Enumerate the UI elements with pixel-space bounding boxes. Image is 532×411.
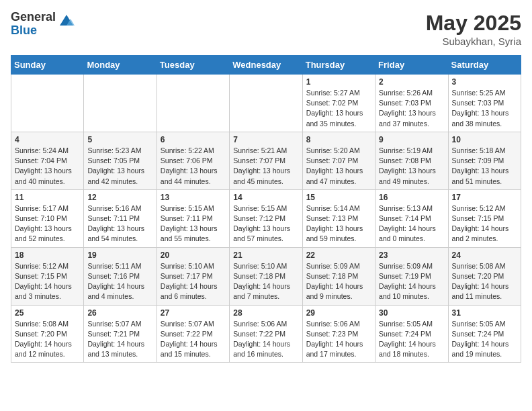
day-info: Sunrise: 5:13 AMSunset: 7:14 PMDaylight:… <box>379 203 444 244</box>
day-number: 10 <box>452 135 517 144</box>
calendar-cell: 16Sunrise: 5:13 AMSunset: 7:14 PMDayligh… <box>375 189 448 247</box>
calendar-cell: 20Sunrise: 5:10 AMSunset: 7:17 PMDayligh… <box>157 247 229 305</box>
day-info: Sunrise: 5:15 AMSunset: 7:11 PMDaylight:… <box>161 203 226 244</box>
day-number: 30 <box>379 308 444 318</box>
calendar-cell: 11Sunrise: 5:17 AMSunset: 7:10 PMDayligh… <box>11 189 84 247</box>
day-number: 20 <box>161 250 226 260</box>
calendar-header-row: SundayMondayTuesdayWednesdayThursdayFrid… <box>11 56 521 75</box>
day-number: 5 <box>87 135 152 144</box>
weekday-header: Sunday <box>11 56 84 75</box>
day-number: 29 <box>306 308 371 318</box>
day-number: 28 <box>233 308 298 318</box>
day-info: Sunrise: 5:27 AMSunset: 7:02 PMDaylight:… <box>306 88 371 129</box>
day-number: 22 <box>306 250 371 260</box>
calendar-cell: 26Sunrise: 5:07 AMSunset: 7:21 PMDayligh… <box>84 305 157 363</box>
calendar-cell: 6Sunrise: 5:22 AMSunset: 7:06 PMDaylight… <box>157 132 229 189</box>
weekday-header: Saturday <box>448 56 521 75</box>
calendar-cell: 22Sunrise: 5:09 AMSunset: 7:18 PMDayligh… <box>302 247 375 305</box>
day-info: Sunrise: 5:05 AMSunset: 7:24 PMDaylight:… <box>452 319 517 360</box>
day-number: 3 <box>452 77 517 87</box>
day-info: Sunrise: 5:23 AMSunset: 7:05 PMDaylight:… <box>87 146 152 187</box>
day-number: 31 <box>452 308 517 318</box>
calendar-cell: 23Sunrise: 5:09 AMSunset: 7:19 PMDayligh… <box>375 247 448 305</box>
calendar-cell: 10Sunrise: 5:18 AMSunset: 7:09 PMDayligh… <box>448 132 521 189</box>
calendar-cell: 21Sunrise: 5:10 AMSunset: 7:18 PMDayligh… <box>230 247 302 305</box>
calendar-cell: 31Sunrise: 5:05 AMSunset: 7:24 PMDayligh… <box>448 305 521 363</box>
calendar-cell: 5Sunrise: 5:23 AMSunset: 7:05 PMDaylight… <box>84 132 157 189</box>
day-number: 23 <box>379 250 444 260</box>
day-info: Sunrise: 5:07 AMSunset: 7:22 PMDaylight:… <box>161 319 226 360</box>
day-info: Sunrise: 5:17 AMSunset: 7:10 PMDaylight:… <box>15 203 80 244</box>
logo-blue-text: Blue <box>11 24 56 38</box>
day-info: Sunrise: 5:21 AMSunset: 7:07 PMDaylight:… <box>233 146 298 187</box>
day-info: Sunrise: 5:06 AMSunset: 7:23 PMDaylight:… <box>306 319 371 360</box>
day-number: 14 <box>233 193 298 202</box>
day-number: 11 <box>15 193 80 202</box>
calendar-cell: 3Sunrise: 5:25 AMSunset: 7:03 PMDaylight… <box>448 75 521 132</box>
calendar-cell: 28Sunrise: 5:06 AMSunset: 7:22 PMDayligh… <box>230 305 302 363</box>
calendar-cell <box>157 75 229 132</box>
calendar-cell: 25Sunrise: 5:08 AMSunset: 7:20 PMDayligh… <box>11 305 84 363</box>
day-number: 15 <box>306 193 371 202</box>
calendar-cell: 12Sunrise: 5:16 AMSunset: 7:11 PMDayligh… <box>84 189 157 247</box>
calendar-cell: 30Sunrise: 5:05 AMSunset: 7:24 PMDayligh… <box>375 305 448 363</box>
weekday-header: Wednesday <box>230 56 302 75</box>
day-info: Sunrise: 5:09 AMSunset: 7:18 PMDaylight:… <box>306 261 371 302</box>
day-info: Sunrise: 5:07 AMSunset: 7:21 PMDaylight:… <box>87 319 152 360</box>
day-info: Sunrise: 5:22 AMSunset: 7:06 PMDaylight:… <box>161 146 226 187</box>
day-number: 25 <box>15 308 80 318</box>
weekday-header: Monday <box>84 56 157 75</box>
day-info: Sunrise: 5:24 AMSunset: 7:04 PMDaylight:… <box>15 146 80 187</box>
day-number: 1 <box>306 77 371 87</box>
weekday-header: Friday <box>375 56 448 75</box>
weekday-header: Tuesday <box>157 56 229 75</box>
calendar-cell: 9Sunrise: 5:19 AMSunset: 7:08 PMDaylight… <box>375 132 448 189</box>
calendar-cell: 4Sunrise: 5:24 AMSunset: 7:04 PMDaylight… <box>11 132 84 189</box>
day-info: Sunrise: 5:18 AMSunset: 7:09 PMDaylight:… <box>452 146 517 187</box>
day-info: Sunrise: 5:12 AMSunset: 7:15 PMDaylight:… <box>452 203 517 244</box>
calendar-cell: 13Sunrise: 5:15 AMSunset: 7:11 PMDayligh… <box>157 189 229 247</box>
day-info: Sunrise: 5:19 AMSunset: 7:08 PMDaylight:… <box>379 146 444 187</box>
logo-icon <box>57 11 76 30</box>
calendar-cell <box>11 75 84 132</box>
day-number: 19 <box>87 250 152 260</box>
calendar-cell: 17Sunrise: 5:12 AMSunset: 7:15 PMDayligh… <box>448 189 521 247</box>
day-info: Sunrise: 5:10 AMSunset: 7:18 PMDaylight:… <box>233 261 298 302</box>
logo: General Blue <box>11 11 76 38</box>
day-info: Sunrise: 5:15 AMSunset: 7:12 PMDaylight:… <box>233 203 298 244</box>
calendar-cell: 24Sunrise: 5:08 AMSunset: 7:20 PMDayligh… <box>448 247 521 305</box>
day-info: Sunrise: 5:08 AMSunset: 7:20 PMDaylight:… <box>15 319 80 360</box>
calendar-week-row: 1Sunrise: 5:27 AMSunset: 7:02 PMDaylight… <box>11 75 521 132</box>
logo-general-text: General <box>11 11 56 24</box>
day-info: Sunrise: 5:26 AMSunset: 7:03 PMDaylight:… <box>379 88 444 129</box>
location-subtitle: Subaykhan, Syria <box>426 36 521 47</box>
calendar-cell: 8Sunrise: 5:20 AMSunset: 7:07 PMDaylight… <box>302 132 375 189</box>
calendar-cell: 29Sunrise: 5:06 AMSunset: 7:23 PMDayligh… <box>302 305 375 363</box>
day-info: Sunrise: 5:08 AMSunset: 7:20 PMDaylight:… <box>452 261 517 302</box>
day-info: Sunrise: 5:16 AMSunset: 7:11 PMDaylight:… <box>87 203 152 244</box>
day-info: Sunrise: 5:14 AMSunset: 7:13 PMDaylight:… <box>306 203 371 244</box>
day-number: 7 <box>233 135 298 144</box>
day-number: 9 <box>379 135 444 144</box>
weekday-header: Thursday <box>302 56 375 75</box>
day-info: Sunrise: 5:12 AMSunset: 7:15 PMDaylight:… <box>15 261 80 302</box>
calendar-cell: 1Sunrise: 5:27 AMSunset: 7:02 PMDaylight… <box>302 75 375 132</box>
day-number: 21 <box>233 250 298 260</box>
day-number: 26 <box>87 308 152 318</box>
day-info: Sunrise: 5:10 AMSunset: 7:17 PMDaylight:… <box>161 261 226 302</box>
month-title: May 2025 <box>426 11 521 36</box>
calendar-cell: 19Sunrise: 5:11 AMSunset: 7:16 PMDayligh… <box>84 247 157 305</box>
day-info: Sunrise: 5:20 AMSunset: 7:07 PMDaylight:… <box>306 146 371 187</box>
calendar-week-row: 25Sunrise: 5:08 AMSunset: 7:20 PMDayligh… <box>11 305 521 363</box>
calendar-week-row: 18Sunrise: 5:12 AMSunset: 7:15 PMDayligh… <box>11 247 521 305</box>
day-number: 8 <box>306 135 371 144</box>
day-number: 18 <box>15 250 80 260</box>
day-info: Sunrise: 5:25 AMSunset: 7:03 PMDaylight:… <box>452 88 517 129</box>
calendar-cell: 15Sunrise: 5:14 AMSunset: 7:13 PMDayligh… <box>302 189 375 247</box>
calendar-cell: 2Sunrise: 5:26 AMSunset: 7:03 PMDaylight… <box>375 75 448 132</box>
day-number: 17 <box>452 193 517 202</box>
calendar-week-row: 11Sunrise: 5:17 AMSunset: 7:10 PMDayligh… <box>11 189 521 247</box>
day-number: 6 <box>161 135 226 144</box>
day-info: Sunrise: 5:05 AMSunset: 7:24 PMDaylight:… <box>379 319 444 360</box>
day-number: 4 <box>15 135 80 144</box>
